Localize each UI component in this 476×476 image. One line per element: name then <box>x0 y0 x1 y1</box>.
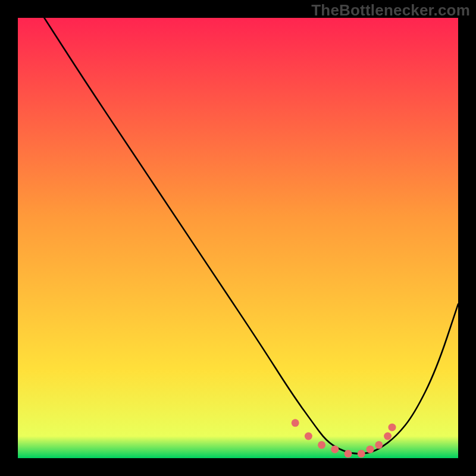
marker-dot <box>292 419 299 427</box>
plot-area <box>18 18 458 458</box>
marker-dot <box>331 446 339 453</box>
marker-dot <box>375 441 383 449</box>
chart-frame: TheBottlenecker.com <box>0 0 476 476</box>
gradient-background <box>18 18 458 458</box>
chart-svg <box>18 18 458 458</box>
marker-dot <box>345 450 352 458</box>
marker-dot <box>384 433 392 440</box>
marker-dot <box>389 424 396 431</box>
marker-dot <box>305 433 312 440</box>
marker-dot <box>358 450 365 458</box>
marker-dot <box>318 441 325 449</box>
marker-dot <box>367 446 374 453</box>
watermark-text: TheBottlenecker.com <box>311 1 470 20</box>
